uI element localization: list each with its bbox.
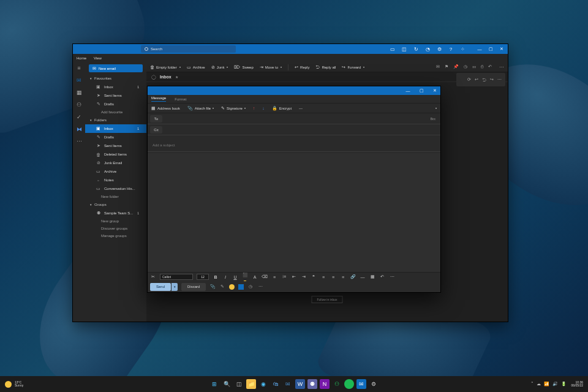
flag-icon[interactable]: ⚑ xyxy=(445,64,448,70)
folder-inbox[interactable]: ▣Inbox1 xyxy=(85,124,146,133)
settings-icon[interactable]: ⚙ xyxy=(437,47,442,51)
select-all-icon[interactable]: ◯ xyxy=(151,75,156,80)
tab-format[interactable]: Format xyxy=(175,97,186,101)
tray-chevron-icon[interactable]: ˄ xyxy=(531,382,533,386)
start-button[interactable]: ⊞ xyxy=(209,379,219,389)
battery-icon[interactable]: 🔋 xyxy=(561,382,567,386)
format-painter-icon[interactable]: ✂ xyxy=(150,274,156,279)
new-folder[interactable]: New folder xyxy=(85,193,146,200)
more-icon[interactable]: ⋯ xyxy=(499,64,504,70)
wifi-icon[interactable]: 📶 xyxy=(544,382,549,386)
to-input[interactable] xyxy=(166,116,427,122)
undo-button[interactable]: ↶ xyxy=(379,274,385,279)
italic-button[interactable]: I xyxy=(222,275,228,279)
priority-high-button[interactable]: ↑ xyxy=(253,106,255,110)
align-right-button[interactable]: ≡ xyxy=(340,275,346,279)
signature-button[interactable]: ✎Signature▾ xyxy=(221,106,246,111)
table-button[interactable]: ▦ xyxy=(369,274,375,279)
archive-button[interactable]: ▭Archive xyxy=(187,65,205,70)
weather-widget[interactable]: 13°C Sunny xyxy=(5,381,23,388)
section-favourites[interactable]: ▾Favourites xyxy=(85,74,146,83)
expand-button[interactable]: ▾ xyxy=(435,107,437,110)
underline-button[interactable]: U xyxy=(232,275,238,279)
more-format-button[interactable]: ⋯ xyxy=(389,274,395,279)
read-icon[interactable]: ✉ xyxy=(436,64,440,70)
rail-mail-icon[interactable]: ✉ xyxy=(76,77,82,83)
attach-file-button[interactable]: 📎Attach file▾ xyxy=(187,106,214,111)
fav-inbox[interactable]: ▣Inbox1 xyxy=(85,83,146,91)
fav-sent[interactable]: ➤Sent Items xyxy=(85,91,146,100)
subject-input[interactable] xyxy=(153,143,435,147)
folder-conversation-history[interactable]: ▭Conversation His... xyxy=(85,184,146,193)
signature-quick-icon[interactable]: ✎ xyxy=(219,284,225,289)
reply-icon[interactable]: ↩ xyxy=(475,77,478,82)
highlight-button[interactable]: ⬛ xyxy=(242,273,248,282)
folder-sent[interactable]: ➤Sent Items xyxy=(85,141,146,150)
more-button[interactable]: ⋯ xyxy=(299,106,303,110)
close-button[interactable]: ✕ xyxy=(432,88,438,94)
bullets-button[interactable]: ≡ xyxy=(271,275,277,279)
spotify-icon[interactable] xyxy=(344,379,354,389)
insert-icon[interactable] xyxy=(238,284,244,290)
folder-junk[interactable]: ⊘Junk Email xyxy=(85,159,146,167)
rail-menu-icon[interactable]: ≡ xyxy=(76,65,82,71)
section-groups[interactable]: ▾Groups xyxy=(85,200,146,209)
pin-icon[interactable]: 📌 xyxy=(453,64,459,70)
calendar-icon[interactable]: ◫ xyxy=(402,47,407,51)
mail-icon[interactable]: ✉ xyxy=(283,379,293,389)
numbering-button[interactable]: ⁝≡ xyxy=(281,274,287,279)
search-box[interactable]: Search xyxy=(141,45,236,53)
translate-icon[interactable]: ⟳ xyxy=(467,77,471,82)
onedrive-icon[interactable]: ☁ xyxy=(537,382,541,386)
sync-icon[interactable]: ↻ xyxy=(413,47,418,51)
send-dropdown[interactable]: ▾ xyxy=(172,283,178,291)
rail-people-icon[interactable]: ⚇ xyxy=(76,102,82,108)
minimize-button[interactable]: — xyxy=(405,88,411,94)
quote-button[interactable]: ❝ xyxy=(311,274,317,279)
print-icon[interactable]: ⎙ xyxy=(481,64,483,70)
move-button[interactable]: ⇥Move to▾ xyxy=(260,65,282,70)
junk-button[interactable]: ⊘Junk▾ xyxy=(211,65,228,70)
font-select[interactable]: Calibri xyxy=(160,274,193,280)
cc-label[interactable]: Cc xyxy=(150,126,162,134)
explorer-icon[interactable]: 📁 xyxy=(246,379,256,389)
message-body[interactable] xyxy=(148,153,440,272)
more-send-icon[interactable]: ⋯ xyxy=(257,284,263,289)
schedule-icon[interactable]: ◷ xyxy=(247,284,254,289)
clear-format-button[interactable]: ⌫ xyxy=(262,274,268,279)
section-folders[interactable]: ▾Folders xyxy=(85,116,146,124)
menu-home[interactable]: Home xyxy=(77,56,86,60)
teams-icon[interactable]: ⚉ xyxy=(307,379,317,389)
folder-notes[interactable]: ▫Notes xyxy=(85,176,146,184)
attach-icon[interactable]: 📎 xyxy=(209,284,216,289)
tips-icon[interactable]: ⁘ xyxy=(460,47,465,51)
rail-more-icon[interactable]: ⋯ xyxy=(76,138,82,145)
snooze-icon[interactable]: ◷ xyxy=(464,64,467,70)
folder-drafts[interactable]: ✎Drafts xyxy=(85,133,146,141)
settings-icon[interactable]: ⚙ xyxy=(369,379,379,389)
maximize-button[interactable]: ▢ xyxy=(488,47,493,51)
bell-icon[interactable]: ◔ xyxy=(425,47,430,51)
sweep-button[interactable]: ⌦Sweep xyxy=(234,65,253,70)
onenote-icon[interactable]: N xyxy=(320,379,330,389)
address-book-button[interactable]: ▦Address book xyxy=(151,106,180,111)
new-email-button[interactable]: ✉ New email xyxy=(89,64,143,72)
bold-button[interactable]: B xyxy=(213,275,219,279)
fav-drafts[interactable]: ✎Drafts xyxy=(85,100,146,108)
discard-button[interactable]: Discard xyxy=(181,283,206,291)
reply-button[interactable]: ↩Reply xyxy=(295,65,309,70)
to-label[interactable]: To xyxy=(150,115,162,123)
emoji-icon[interactable] xyxy=(229,284,235,290)
font-size-select[interactable]: 12 xyxy=(197,274,209,280)
empty-folder-button[interactable]: 🗑Empty folder▾ xyxy=(150,65,181,69)
indent-button[interactable]: ⇥ xyxy=(301,274,307,279)
hr-button[interactable]: — xyxy=(360,275,366,279)
add-favourite[interactable]: Add favourite xyxy=(85,108,146,116)
maximize-button[interactable]: ▢ xyxy=(418,88,424,94)
forward-icon[interactable]: ↪ xyxy=(490,77,494,82)
volume-icon[interactable]: 🔊 xyxy=(552,382,558,386)
cc-input[interactable] xyxy=(166,127,438,133)
send-button[interactable]: Send xyxy=(150,283,171,291)
rail-yammer-icon[interactable]: ⧓ xyxy=(76,126,82,132)
outlook-icon[interactable]: ✉ xyxy=(356,379,366,389)
